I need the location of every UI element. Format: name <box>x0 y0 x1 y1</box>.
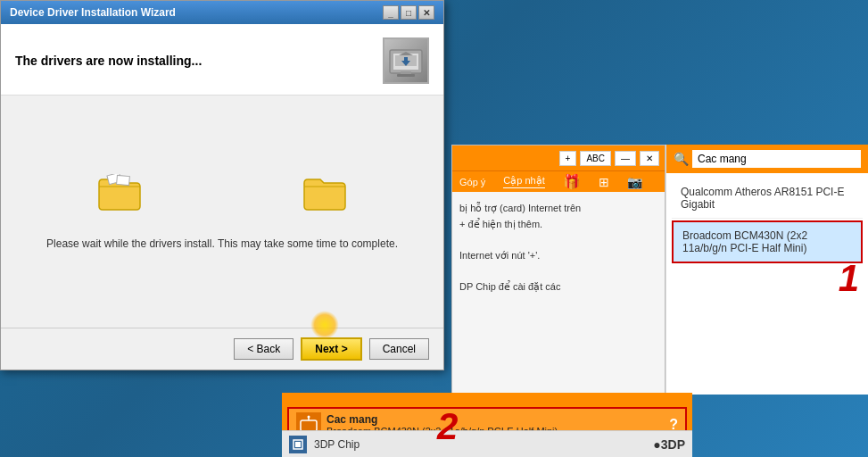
close-button[interactable]: ✕ <box>418 5 434 20</box>
toolbar-plus-btn[interactable]: + <box>559 151 577 166</box>
chip-btn-label[interactable]: 3DP Chip <box>314 438 360 451</box>
folder-left-icon <box>97 174 142 220</box>
svg-rect-5 <box>397 74 415 77</box>
wizard-window: Device Driver Installation Wizard _ □ ✕ … <box>0 0 444 370</box>
tab-icon1: 🎁 <box>563 173 581 190</box>
toolbar-min-btn[interactable]: — <box>615 151 636 166</box>
svg-rect-14 <box>295 442 301 447</box>
maximize-button[interactable]: □ <box>401 5 417 20</box>
side-text-3: Internet với nút '+'. <box>459 248 657 264</box>
search-mag-icon: 🔍 <box>674 152 689 166</box>
titlebar-buttons: _ □ ✕ <box>383 5 434 20</box>
wizard-titlebar: Device Driver Installation Wizard _ □ ✕ <box>1 1 443 24</box>
search-input[interactable] <box>692 150 861 168</box>
minimize-button[interactable]: _ <box>383 5 399 20</box>
search-result-qualcomm[interactable]: Qualcomm Atheros AR8151 PCI-E Gigabit <box>672 179 863 219</box>
cursor-overlay <box>310 311 339 339</box>
toolbar-close-btn[interactable]: ✕ <box>640 151 659 166</box>
next-button[interactable]: Next > <box>301 337 361 361</box>
svg-rect-8 <box>117 175 130 185</box>
number-2-label: 2 <box>437 405 458 448</box>
tab-gopy[interactable]: Góp ý <box>459 177 485 187</box>
cancel-button[interactable]: Cancel <box>369 338 429 360</box>
svg-point-11 <box>308 416 310 419</box>
tab-icon2: ⊞ <box>599 175 609 189</box>
search-header: 🔍 <box>666 145 868 173</box>
search-results: Qualcomm Atheros AR8151 PCI-E Gigabit Br… <box>666 173 868 270</box>
wizard-footer: < Back Next > Cancel <box>1 328 443 370</box>
tab-icon3: 📷 <box>627 175 642 189</box>
tdp-chip-bar: 3DP Chip ●3DP <box>282 430 692 457</box>
wizard-body: Please wait while the drivers install. T… <box>1 96 443 328</box>
side-text-2: + để hiện thị thêm. <box>459 217 657 233</box>
wizard-title: Device Driver Installation Wizard <box>10 6 176 19</box>
wizard-icon <box>383 37 429 84</box>
tdp-body-text: bị hỗ trợ (card) Internet trên + để hiện… <box>452 192 665 304</box>
back-button[interactable]: < Back <box>234 338 293 360</box>
side-text-1: bị hỗ trợ (card) Internet trên <box>459 201 657 217</box>
tab-capnhat[interactable]: Cập nhật <box>503 175 544 188</box>
wizard-body-text: Please wait while the drivers install. T… <box>46 237 398 250</box>
tdp-middle-panel: + ABC — ✕ Góp ý Cập nhật 🎁 ⊞ 📷 bị hỗ trợ… <box>451 145 665 430</box>
folder-icons <box>97 174 347 220</box>
number-1-label: 1 <box>839 257 859 300</box>
folder-right-icon <box>302 174 347 220</box>
toolbar-abc-btn[interactable]: ABC <box>580 151 611 166</box>
chip-icon <box>289 436 307 453</box>
desktop: Device Driver Installation Wizard _ □ ✕ … <box>0 0 868 457</box>
tdp-toolbar: + ABC — ✕ <box>452 145 665 170</box>
side-text-4: DP Chip để cài đặt các <box>459 279 657 295</box>
tdp-logo: ●3DP <box>653 437 685 452</box>
wizard-header: The drivers are now installing... <box>1 24 443 96</box>
tdp-tabs: Góp ý Cập nhật 🎁 ⊞ 📷 <box>452 170 665 192</box>
wizard-header-text: The drivers are now installing... <box>15 54 202 68</box>
search-result-broadcom[interactable]: Broadcom BCM430N (2x2 11a/b/g/n PCI-E Ha… <box>672 220 863 263</box>
